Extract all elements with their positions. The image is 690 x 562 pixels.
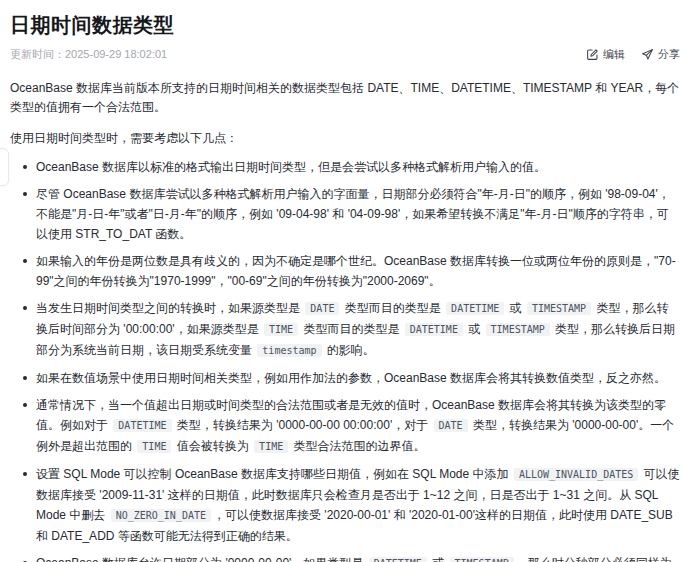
doc-actions: 编辑 分享	[586, 47, 680, 62]
meta-row: 更新时间：2025-09-29 18:02:01 编辑 分享	[10, 47, 680, 62]
inline-code: DATE	[434, 419, 468, 432]
inline-code: timestamp	[257, 344, 321, 357]
inline-code: NO_ZERO_IN_DATE	[111, 509, 211, 522]
inline-code: TIMESTAMP	[486, 323, 550, 336]
bullet-item: OceanBase 数据库允许日期部分为 '0000-00-00'，如果类型是 …	[10, 553, 680, 562]
inline-code: ALLOW_INVALID_DATES	[514, 468, 638, 481]
inline-code: DATETIME	[113, 419, 171, 432]
inline-code: TIME	[264, 323, 298, 336]
bullet-item: 设置 SQL Mode 可以控制 OceanBase 数据库支持哪些日期值，例如…	[10, 464, 680, 546]
bullet-item: 如果在数值场景中使用日期时间相关类型，例如用作加法的参数，OceanBase 数…	[10, 368, 680, 388]
bullet-item: 尽管 OceanBase 数据库尝试以多种格式解析用户输入的字面量，日期部分必须…	[10, 184, 680, 244]
inline-code: TIME	[137, 440, 171, 453]
inline-code: DATETIME	[405, 323, 463, 336]
intro-paragraph: OceanBase 数据库当前版本所支持的日期时间相关的数据类型包括 DATE、…	[10, 79, 680, 117]
inline-code: DATE	[305, 302, 339, 315]
inline-code: DATETIME	[369, 557, 427, 562]
updated-time: 更新时间：2025-09-29 18:02:01	[10, 47, 167, 62]
inline-code: TIMESTAMP	[527, 302, 591, 315]
considerations-lead: 使用日期时间类型时，需要考虑以下几点：	[10, 129, 680, 148]
inline-code: TIME	[254, 440, 288, 453]
edit-icon	[586, 48, 599, 61]
bullet-item: OceanBase 数据库以标准的格式输出日期时间类型，但是会尝试以多种格式解析…	[10, 157, 680, 177]
paper-plane-icon	[641, 48, 654, 61]
updated-time-value: 2025-09-29 18:02:01	[65, 48, 167, 60]
edit-button-label: 编辑	[603, 47, 625, 62]
considerations-list: OceanBase 数据库以标准的格式输出日期时间类型，但是会尝试以多种格式解析…	[10, 157, 680, 562]
updated-time-label: 更新时间：	[10, 48, 65, 60]
bullet-item: 如果输入的年份是两位数是具有歧义的，因为不确定是哪个世纪。OceanBase 数…	[10, 251, 680, 291]
collapsed-side-panel[interactable]	[0, 148, 9, 186]
page-title: 日期时间数据类型	[10, 12, 680, 38]
inline-code: TIMESTAMP	[450, 557, 514, 562]
bullet-item: 当发生日期时间类型之间的转换时，如果源类型是 DATE 类型而目的类型是 DAT…	[10, 298, 680, 361]
edit-button[interactable]: 编辑	[586, 47, 625, 62]
share-button-label: 分享	[658, 47, 680, 62]
share-button[interactable]: 分享	[641, 47, 680, 62]
bullet-item: 通常情况下，当一个值超出日期或时间类型的合法范围或者是无效的值时，OceanBa…	[10, 395, 680, 457]
inline-code: DATETIME	[446, 302, 504, 315]
doc-page: 日期时间数据类型 更新时间：2025-09-29 18:02:01 编辑 分享 …	[0, 0, 690, 562]
